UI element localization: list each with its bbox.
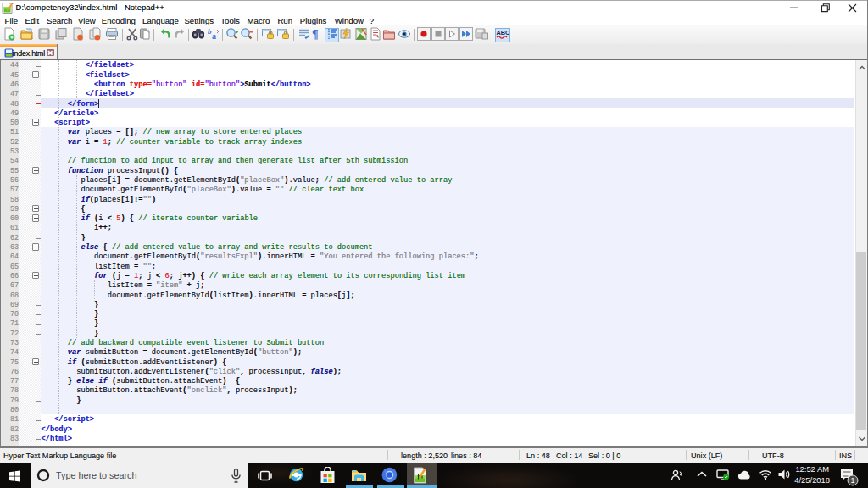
svg-text:¶: ¶ bbox=[312, 28, 319, 41]
svg-text:1: 1 bbox=[850, 476, 854, 485]
svg-text:ABC: ABC bbox=[497, 29, 510, 36]
svg-text:a: a bbox=[212, 31, 216, 41]
